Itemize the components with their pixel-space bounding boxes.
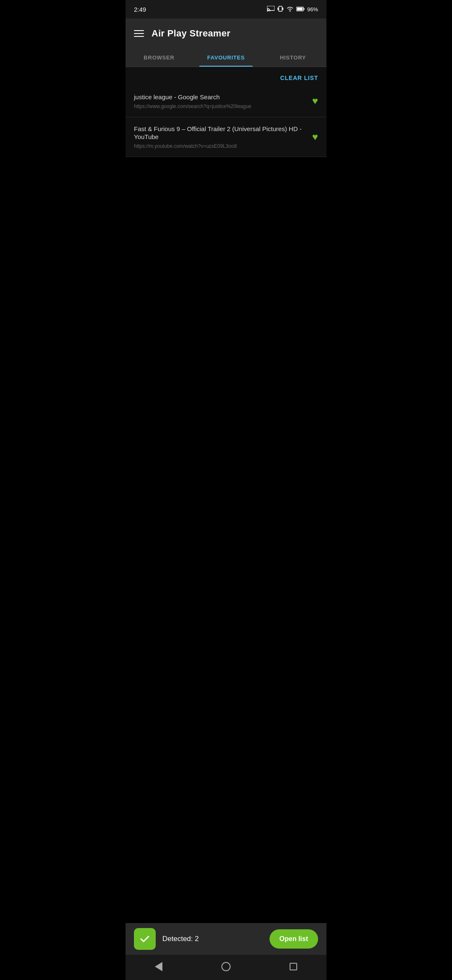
fav-item-title-2: Fast & Furious 9 – Official Trailer 2 (U… [134,125,307,141]
app-bar: Air Play Streamer [126,18,326,49]
svg-rect-7 [297,8,303,10]
open-list-button[interactable]: Open list [270,929,318,949]
svg-point-1 [267,10,268,12]
clear-list-row: CLEAR LIST [126,67,326,85]
fav-item-url-1: https://www.google.com/search?q=justice%… [134,103,307,109]
status-bar: 2:49 [126,0,326,18]
nav-bar [126,955,326,980]
battery-icon [296,6,305,13]
tab-favourites[interactable]: FAVOURITES [193,49,259,67]
empty-content-space [126,157,326,923]
wifi-icon [286,6,294,13]
back-icon [155,962,162,971]
nav-recents-button[interactable] [287,960,300,973]
app-title: Air Play Streamer [152,28,231,39]
favourite-heart-icon-2[interactable]: ♥ [312,131,318,143]
svg-rect-2 [279,6,282,11]
battery-percent: 96% [307,6,318,13]
status-time: 2:49 [134,6,146,13]
status-icons: 96% [267,5,318,13]
svg-rect-8 [303,8,304,10]
menu-button[interactable] [134,30,144,37]
bottom-action-bar: Detected: 2 Open list [126,923,326,955]
favourite-item-1[interactable]: justice league - Google Search https://w… [126,85,326,117]
nav-home-button[interactable] [219,959,233,974]
checkmark-icon [139,933,151,945]
content-area: CLEAR LIST justice league - Google Searc… [126,67,326,923]
favourite-heart-icon-1[interactable]: ♥ [312,95,318,107]
recents-icon [290,963,297,970]
svg-rect-4 [282,8,283,10]
tabs-bar: BROWSER FAVOURITES HISTORY [126,49,326,67]
clear-list-button[interactable]: CLEAR LIST [280,75,318,81]
cast-icon [267,6,275,13]
detected-count: Detected: 2 [162,935,263,943]
tab-history[interactable]: HISTORY [259,49,326,67]
fav-item-content-2: Fast & Furious 9 – Official Trailer 2 (U… [134,125,307,149]
fav-item-content-1: justice league - Google Search https://w… [134,93,307,109]
home-icon [221,962,231,971]
fav-item-title-1: justice league - Google Search [134,93,307,101]
fav-item-url-2: https://m.youtube.com/watch?v=uzsE09L3oo… [134,143,307,149]
svg-rect-3 [277,8,278,10]
nav-back-button[interactable] [152,959,165,974]
tab-browser[interactable]: BROWSER [126,49,193,67]
vibrate-icon [277,5,284,13]
check-badge [134,928,156,950]
favourite-item-2[interactable]: Fast & Furious 9 – Official Trailer 2 (U… [126,117,326,157]
svg-point-5 [289,10,290,11]
favourites-list: justice league - Google Search https://w… [126,85,326,157]
